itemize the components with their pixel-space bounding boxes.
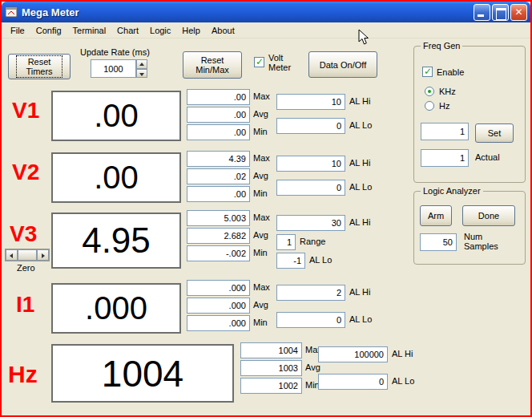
titlebar[interactable]: Mega Meter [2, 2, 530, 22]
meter-i1-avg-field: .000 [187, 298, 250, 314]
freq-gen-title: Freq Gen [421, 41, 462, 51]
meter-v3-allo-input[interactable]: -1 [276, 253, 305, 269]
meter-v1-max-field: .00 [187, 89, 250, 105]
app-icon [5, 6, 18, 18]
meter-hz-max-field: 1004 [240, 342, 302, 358]
meter-v2-avg-label: Avg [253, 171, 268, 180]
meter-v1-alhi-input[interactable]: 10 [276, 94, 345, 110]
meter-v2-avg-field: .02 [187, 168, 250, 184]
meter-i1-alhi-input[interactable]: 2 [276, 285, 345, 301]
meter-i1-display: .000 [51, 283, 181, 334]
meter-v2-min-field: .00 [187, 186, 250, 202]
meter-v2-max-label: Max [253, 153, 270, 163]
menu-config[interactable]: Config [30, 24, 67, 37]
logic-analyzer-group: Logic Analyzer Arm Done 50 Num Samples [413, 191, 526, 265]
meter-v2-allo-label: AL Lo [349, 182, 372, 192]
reset-timers-label: Reset Timers [16, 55, 62, 78]
meter-v3-display: 4.95 [51, 213, 181, 269]
meter-hz-display: 1004 [51, 344, 234, 403]
meter-i1-alhi-label: AL Hi [349, 287, 371, 297]
meter-i1-max-field: .000 [187, 280, 250, 296]
menu-help[interactable]: Help [176, 24, 206, 37]
done-button[interactable]: Done [462, 205, 515, 226]
update-rate-label: Update Rate (ms) [80, 47, 150, 57]
freq-set-input[interactable]: 1 [421, 123, 469, 140]
meter-hz-alhi-input[interactable]: 100000 [318, 346, 388, 362]
freq-enable-label: Enable [437, 67, 464, 77]
scroll-right-icon[interactable] [37, 249, 49, 261]
meter-i1-allo-input[interactable]: 0 [276, 312, 345, 328]
num-samples-input[interactable]: 50 [420, 233, 457, 251]
meter-hz-allo-input[interactable]: 0 [318, 374, 388, 390]
meter-hz-allo-label: AL Lo [392, 376, 414, 386]
menu-logic[interactable]: Logic [144, 24, 176, 37]
freq-hz-radio[interactable] [425, 101, 434, 111]
freq-actual-label: Actual [475, 152, 500, 162]
meter-v2-allo-input[interactable]: 0 [276, 180, 345, 196]
meter-v3-range-label: Range [300, 237, 325, 246]
logic-analyzer-title: Logic Analyzer [421, 186, 483, 196]
meter-v1-avg-field: .00 [187, 107, 250, 123]
freq-khz-radio[interactable] [425, 87, 434, 96]
zero-scrollbar[interactable] [5, 249, 50, 261]
app-window: Mega Meter File Config Terminal Chart Lo… [0, 0, 532, 417]
meter-v3-alhi-input[interactable]: 30 [276, 215, 345, 231]
meter-v3-max-field: 5.003 [187, 210, 250, 226]
freq-khz-label: KHz [439, 87, 456, 96]
meter-i1-allo-label: AL Lo [349, 314, 372, 324]
meter-i1-name: I1 [16, 292, 34, 318]
menu-chart[interactable]: Chart [111, 24, 144, 37]
meter-hz-avg-label: Avg [305, 362, 320, 372]
data-onoff-label: Data On/Off [320, 60, 367, 70]
meter-v2-alhi-input[interactable]: 10 [276, 156, 345, 172]
update-rate-spinner[interactable] [136, 59, 147, 78]
scroll-left-icon[interactable] [6, 249, 18, 261]
meter-v1-alhi-label: AL Hi [349, 96, 371, 106]
meter-v1-allo-label: AL Lo [349, 120, 372, 130]
meter-v2-max-field: 4.39 [187, 151, 250, 167]
meter-v3-name: V3 [10, 221, 37, 247]
spinner-up-icon[interactable] [136, 59, 147, 69]
meter-v1-allo-input[interactable]: 0 [276, 118, 345, 134]
maximize-button[interactable] [492, 4, 509, 21]
freq-hz-label: Hz [439, 101, 449, 111]
meter-v2-alhi-label: AL Hi [349, 158, 371, 168]
freq-enable-checkbox[interactable] [422, 67, 433, 77]
reset-timers-button[interactable]: Reset Timers [8, 54, 71, 79]
meter-v2-display: .00 [51, 152, 181, 203]
update-rate-input[interactable]: 1000 [91, 59, 136, 78]
meter-v1-avg-label: Avg [253, 109, 268, 119]
window-title: Mega Meter [22, 6, 79, 18]
arm-button[interactable]: Arm [420, 205, 452, 226]
spinner-down-icon[interactable] [136, 69, 147, 79]
menu-bar: File Config Terminal Chart Logic Help Ab… [2, 22, 530, 38]
reset-minmax-label: Reset Min/Max [190, 55, 235, 75]
meter-v3-range-input[interactable]: 1 [276, 234, 296, 250]
meter-v3-avg-field: 2.682 [187, 228, 250, 244]
volt-meter-label: Volt Meter [268, 53, 299, 72]
freq-set-button[interactable]: Set [475, 123, 514, 143]
zero-label: Zero [17, 263, 35, 273]
meter-hz-avg-field: 1003 [240, 360, 302, 376]
meter-v1-min-label: Min [253, 127, 268, 136]
meter-v2-name: V2 [12, 160, 39, 185]
done-button-label: Done [478, 211, 499, 221]
meter-v1-max-label: Max [253, 91, 270, 101]
scroll-thumb[interactable] [18, 249, 37, 261]
minimize-button[interactable] [474, 4, 490, 21]
meter-v2-min-label: Min [253, 188, 268, 198]
meter-v3-min-label: Min [253, 248, 268, 257]
meter-i1-min-field: .000 [187, 315, 250, 331]
meter-v1-min-field: .00 [187, 124, 250, 140]
menu-about[interactable]: About [206, 24, 240, 37]
freq-set-button-label: Set [488, 128, 502, 138]
volt-meter-checkbox[interactable] [254, 57, 264, 67]
meter-v1-name: V1 [12, 98, 39, 123]
meter-v3-max-label: Max [253, 213, 270, 222]
reset-minmax-button[interactable]: Reset Min/Max [183, 51, 242, 79]
meter-i1-avg-label: Avg [253, 300, 268, 310]
data-onoff-button[interactable]: Data On/Off [308, 51, 377, 78]
close-button[interactable] [510, 4, 527, 21]
menu-file[interactable]: File [5, 24, 30, 37]
menu-terminal[interactable]: Terminal [67, 24, 112, 37]
